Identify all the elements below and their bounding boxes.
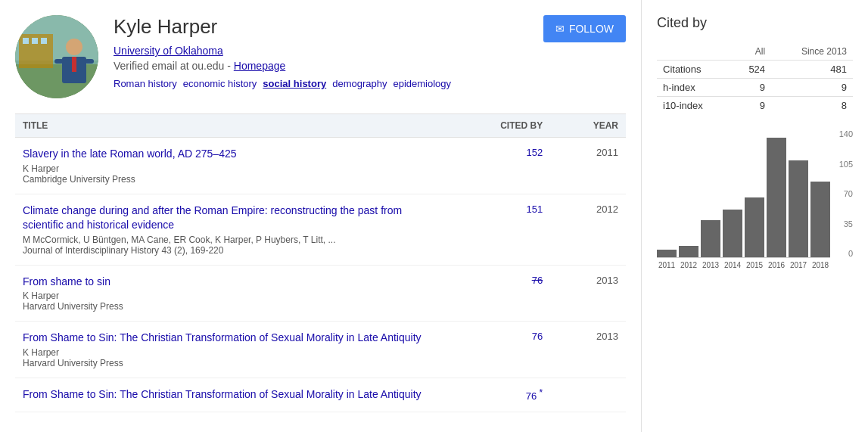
pub-title[interactable]: From Shame to Sin: The Christian Transfo… bbox=[23, 387, 435, 402]
svg-rect-11 bbox=[85, 59, 94, 64]
bar-wrapper bbox=[810, 182, 830, 257]
svg-point-7 bbox=[66, 39, 82, 55]
stats-row: i10-index98 bbox=[657, 97, 853, 115]
col-title: TITLE bbox=[15, 114, 443, 138]
svg-rect-6 bbox=[41, 38, 47, 44]
bar-wrapper bbox=[701, 220, 720, 257]
cited-count[interactable]: 76 bbox=[526, 390, 537, 402]
pub-title[interactable]: From Shame to Sin: The Christian Transfo… bbox=[23, 331, 435, 346]
pub-journal: Cambridge University Press bbox=[23, 174, 435, 185]
bar-wrapper bbox=[789, 160, 808, 257]
tag-epidemiology[interactable]: epidemiology bbox=[393, 78, 451, 89]
bar bbox=[767, 138, 786, 257]
publications-table: TITLE CITED BY YEAR Slavery in the late … bbox=[15, 113, 626, 412]
tag-demography[interactable]: demography bbox=[332, 78, 387, 89]
y-axis-label: 140 bbox=[834, 129, 853, 138]
bar-labels: 20112012201320142015201620172018 bbox=[657, 258, 830, 269]
col-cited: CITED BY bbox=[443, 114, 550, 138]
bar-wrapper bbox=[767, 138, 786, 257]
table-row: From Shame to Sin: The Christian Transfo… bbox=[15, 378, 626, 412]
table-header: TITLE CITED BY YEAR bbox=[15, 114, 626, 138]
bar bbox=[701, 220, 720, 257]
bar-year-label: 2012 bbox=[679, 261, 698, 269]
stats-col-since: Since 2013 bbox=[771, 43, 853, 61]
pub-authors: K Harper bbox=[23, 163, 435, 174]
right-panel: Cited by All Since 2013 Citations524481h… bbox=[641, 0, 868, 432]
pub-authors: K Harper bbox=[23, 291, 435, 301]
profile-header: Kyle Harper University of Oklahoma Verif… bbox=[15, 15, 626, 98]
asterisk-marker: * bbox=[537, 387, 543, 398]
cited-count[interactable]: 76 bbox=[532, 275, 543, 286]
pub-cited-cell: 76 bbox=[443, 322, 550, 378]
bar-year-label: 2017 bbox=[789, 261, 808, 269]
table-row: Slavery in the late Roman world, AD 275–… bbox=[15, 138, 626, 194]
cited-by-title: Cited by bbox=[657, 15, 853, 31]
bar-year-label: 2011 bbox=[657, 261, 677, 269]
col-year: YEAR bbox=[550, 114, 626, 138]
stats-col-all: All bbox=[731, 43, 772, 61]
svg-rect-4 bbox=[23, 38, 29, 44]
profile-name: Kyle Harper bbox=[114, 15, 451, 39]
y-axis-label: 35 bbox=[834, 219, 853, 228]
bar bbox=[745, 197, 764, 257]
bar bbox=[810, 182, 830, 257]
stats-row: Citations524481 bbox=[657, 61, 853, 79]
profile-info: Kyle Harper University of Oklahoma Verif… bbox=[114, 15, 626, 89]
follow-button[interactable]: ✉ FOLLOW bbox=[543, 15, 626, 42]
bar-year-label: 2014 bbox=[723, 261, 742, 269]
pub-journal: Journal of Interdisciplinary History 43 … bbox=[23, 245, 435, 256]
stats-cell-label: h-index bbox=[657, 79, 731, 97]
stats-row: h-index99 bbox=[657, 79, 853, 97]
table-row: From shame to sinK HarperHarvard Univers… bbox=[15, 265, 626, 322]
y-axis-label: 105 bbox=[834, 160, 853, 169]
cited-count[interactable]: 151 bbox=[526, 204, 543, 215]
pub-title[interactable]: Climate change during and after the Roma… bbox=[23, 204, 435, 233]
svg-rect-10 bbox=[54, 59, 64, 64]
pub-title[interactable]: Slavery in the late Roman world, AD 275–… bbox=[23, 147, 435, 162]
homepage-link[interactable]: Homepage bbox=[234, 60, 286, 72]
pub-year: 2011 bbox=[550, 138, 626, 194]
stats-cell-since: 481 bbox=[771, 61, 853, 79]
cited-count[interactable]: 152 bbox=[526, 147, 543, 158]
pub-cited-cell: 151 bbox=[443, 194, 550, 265]
bar-wrapper bbox=[745, 197, 764, 257]
tag-social-history[interactable]: social history bbox=[263, 78, 326, 89]
profile-tags: Roman history economic history social hi… bbox=[114, 78, 451, 89]
pub-title[interactable]: From shame to sin bbox=[23, 275, 435, 290]
stats-cell-since: 9 bbox=[771, 79, 853, 97]
pub-year: 2013 bbox=[550, 265, 626, 322]
y-axis-label: 70 bbox=[834, 189, 853, 198]
bar bbox=[679, 246, 698, 257]
pub-journal: Harvard University Press bbox=[23, 358, 435, 368]
mail-icon: ✉ bbox=[555, 23, 565, 35]
avatar bbox=[15, 15, 98, 98]
tag-economic-history[interactable]: economic history bbox=[183, 78, 257, 89]
stats-col-label bbox=[657, 43, 731, 61]
pub-journal: Harvard University Press bbox=[23, 301, 435, 312]
tag-roman-history[interactable]: Roman history bbox=[114, 78, 177, 89]
pub-cited-cell: 152 bbox=[443, 138, 550, 194]
pub-year bbox=[550, 378, 626, 412]
bars-container bbox=[657, 129, 830, 258]
bar bbox=[789, 160, 808, 257]
table-row: Climate change during and after the Roma… bbox=[15, 194, 626, 265]
pub-authors: M McCormick, U Büntgen, MA Cane, ER Cook… bbox=[23, 235, 435, 245]
y-axis-labels: 14010570350 bbox=[834, 129, 853, 258]
email-info: Verified email at ou.edu - Homepage bbox=[114, 60, 451, 72]
stats-table: All Since 2013 Citations524481h-index99i… bbox=[657, 43, 853, 114]
bar-wrapper bbox=[679, 246, 698, 257]
pub-cited-cell: 76 bbox=[443, 265, 550, 322]
y-axis-label: 0 bbox=[834, 249, 853, 258]
bar bbox=[723, 210, 742, 257]
bar-year-label: 2013 bbox=[701, 261, 720, 269]
stats-cell-all: 9 bbox=[731, 97, 772, 115]
institution-link[interactable]: University of Oklahoma bbox=[114, 45, 451, 57]
bar-chart: 20112012201320142015201620172018 1401057… bbox=[657, 129, 853, 269]
svg-rect-5 bbox=[32, 38, 38, 44]
stats-cell-all: 9 bbox=[731, 79, 772, 97]
pub-year: 2013 bbox=[550, 322, 626, 378]
svg-rect-9 bbox=[72, 57, 76, 72]
pub-authors: K Harper bbox=[23, 347, 435, 358]
cited-count[interactable]: 76 bbox=[532, 331, 543, 342]
bar-year-label: 2016 bbox=[767, 261, 786, 269]
